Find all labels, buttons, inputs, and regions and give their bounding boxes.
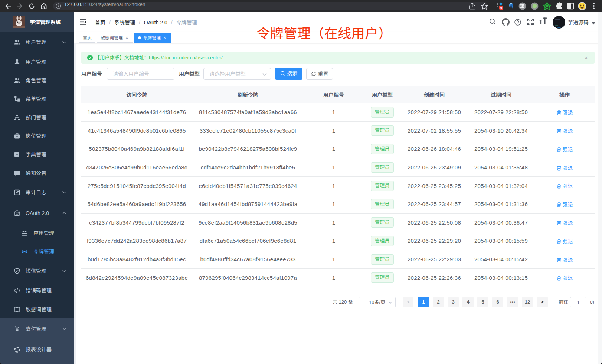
svg-text:9: 9 <box>500 6 502 10</box>
